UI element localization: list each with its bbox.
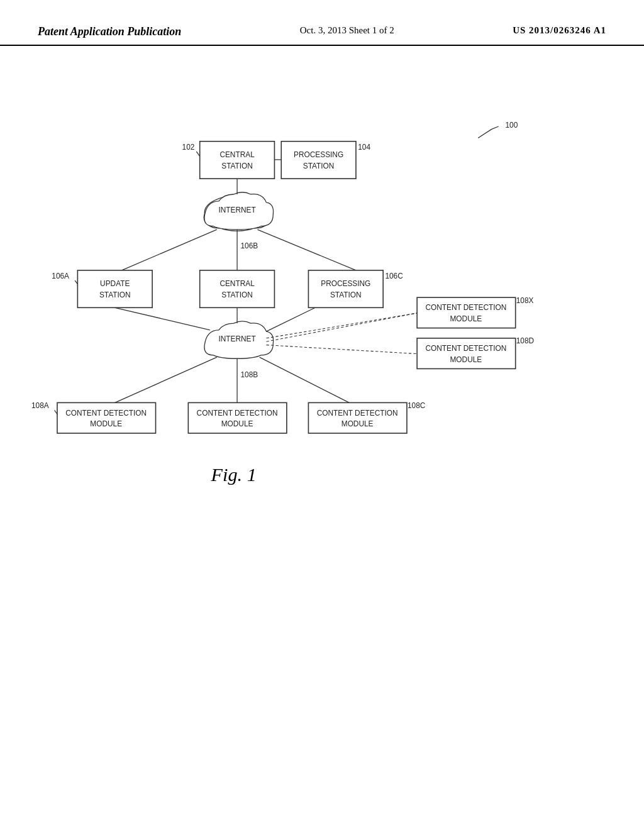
cdm-108b-label2: MODULE	[221, 419, 253, 428]
cdm-108c-label1: CONTENT DETECTION	[317, 409, 398, 418]
svg-line-14	[122, 230, 217, 270]
central-station-top-box	[200, 141, 275, 179]
ref-104: 104	[358, 143, 370, 152]
svg-line-23	[115, 357, 217, 402]
ref-106a: 106A	[52, 272, 69, 280]
cdm-108a-label1: CONTENT DETECTION	[65, 409, 147, 418]
update-station-label1: UPDATE	[100, 279, 130, 288]
cdm-108b-box	[188, 402, 287, 433]
page-header: Patent Application Publication Oct. 3, 2…	[0, 0, 644, 46]
update-station-box	[77, 270, 152, 307]
svg-line-1	[492, 126, 499, 129]
processing-station-mid-label1: PROCESSING	[321, 279, 370, 288]
ref-108x: 108X	[516, 296, 534, 305]
internet-mid-label: INTERNET	[218, 335, 255, 343]
central-station-mid-box	[200, 270, 275, 307]
cdm-108a-box	[57, 402, 156, 433]
processing-station-top-label2: STATION	[303, 162, 335, 170]
ref-108d: 108D	[516, 336, 534, 345]
central-station-top-label1: CENTRAL	[219, 150, 255, 159]
ref-106b-top: 106B	[240, 241, 258, 250]
figure-label: Fig. 1	[211, 464, 257, 485]
internet-top-label: INTERNET	[218, 206, 255, 214]
cdm-108x-label2: MODULE	[450, 314, 482, 323]
central-station-mid-label1: CENTRAL	[219, 279, 255, 288]
cdm-108b-label1: CONTENT DETECTION	[197, 409, 278, 418]
processing-station-mid-box	[308, 270, 383, 307]
svg-line-24	[260, 357, 350, 402]
cdm-108d-label1: CONTENT DETECTION	[425, 344, 506, 353]
cdm-108c-label2: MODULE	[341, 419, 374, 428]
ref-106c: 106C	[385, 272, 403, 280]
cdm-108d-label2: MODULE	[450, 355, 482, 364]
svg-line-0	[478, 129, 492, 138]
svg-line-19	[266, 307, 315, 331]
diagram-area: .box { fill: white; stroke: #333; stroke…	[0, 101, 644, 698]
svg-line-15	[257, 230, 356, 270]
svg-line-25	[266, 313, 417, 338]
patent-diagram: .box { fill: white; stroke: #333; stroke…	[0, 101, 644, 698]
cdm-108x-label1: CONTENT DETECTION	[425, 303, 506, 312]
internet-cloud-top: INTERNET	[204, 192, 273, 231]
ref-100-label: 100	[505, 121, 518, 130]
internet-cloud-mid: INTERNET	[204, 321, 274, 358]
ref-108b-top: 108B	[240, 370, 258, 379]
central-station-mid-label2: STATION	[221, 290, 253, 299]
processing-station-top-label1: PROCESSING	[294, 150, 343, 159]
processing-station-top-box	[281, 141, 356, 179]
svg-line-21	[266, 345, 417, 354]
svg-line-17	[115, 307, 210, 330]
cdm-108c-box	[308, 402, 407, 433]
cdm-108x-box	[417, 297, 516, 328]
publication-date-sheet: Oct. 3, 2013 Sheet 1 of 2	[300, 25, 394, 36]
cdm-108d-box	[417, 338, 516, 369]
processing-station-mid-label2: STATION	[330, 290, 362, 299]
ref-108a: 108A	[31, 401, 49, 410]
publication-number: US 2013/0263246 A1	[513, 25, 606, 36]
update-station-label2: STATION	[99, 290, 131, 299]
cdm-108a-label2: MODULE	[90, 419, 122, 428]
patent-page: Patent Application Publication Oct. 3, 2…	[0, 0, 644, 830]
svg-line-20	[266, 313, 417, 341]
central-station-top-label2: STATION	[221, 162, 253, 170]
ref-108c: 108C	[408, 401, 426, 410]
ref-102: 102	[182, 143, 195, 152]
publication-title: Patent Application Publication	[38, 25, 181, 38]
